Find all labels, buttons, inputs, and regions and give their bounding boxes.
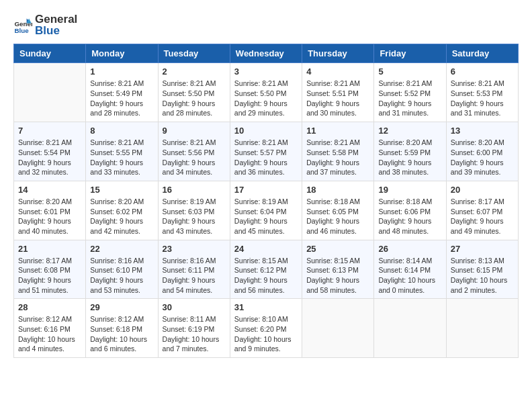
day-number: 9 xyxy=(163,126,226,136)
day-number: 24 xyxy=(234,244,298,254)
calendar-cell: 18Sunrise: 8:18 AM Sunset: 6:05 PM Dayli… xyxy=(302,181,374,240)
day-number: 30 xyxy=(163,302,226,312)
day-info: Sunrise: 8:21 AM Sunset: 5:54 PM Dayligh… xyxy=(18,138,81,177)
day-number: 25 xyxy=(306,244,369,254)
day-info: Sunrise: 8:21 AM Sunset: 5:51 PM Dayligh… xyxy=(306,79,369,118)
calendar-cell: 8Sunrise: 8:21 AM Sunset: 5:55 PM Daylig… xyxy=(86,122,158,181)
calendar-cell: 6Sunrise: 8:21 AM Sunset: 5:53 PM Daylig… xyxy=(446,63,518,122)
day-number: 1 xyxy=(90,66,153,77)
calendar-cell: 11Sunrise: 8:21 AM Sunset: 5:58 PM Dayli… xyxy=(302,122,374,181)
day-info: Sunrise: 8:21 AM Sunset: 5:55 PM Dayligh… xyxy=(90,138,153,177)
calendar-cell: 9Sunrise: 8:21 AM Sunset: 5:56 PM Daylig… xyxy=(158,122,230,181)
calendar-cell: 3Sunrise: 8:21 AM Sunset: 5:50 PM Daylig… xyxy=(230,63,302,122)
day-info: Sunrise: 8:17 AM Sunset: 6:07 PM Dayligh… xyxy=(451,197,514,236)
svg-text:Blue: Blue xyxy=(14,27,29,34)
week-row-2: 7Sunrise: 8:21 AM Sunset: 5:54 PM Daylig… xyxy=(14,122,519,181)
calendar-cell: 28Sunrise: 8:12 AM Sunset: 6:16 PM Dayli… xyxy=(14,299,86,358)
day-info: Sunrise: 8:21 AM Sunset: 5:49 PM Dayligh… xyxy=(90,79,153,118)
day-number: 19 xyxy=(378,185,441,195)
col-wednesday: Wednesday xyxy=(230,44,302,63)
day-info: Sunrise: 8:20 AM Sunset: 6:00 PM Dayligh… xyxy=(451,138,514,177)
day-number: 29 xyxy=(90,302,153,312)
day-number: 8 xyxy=(90,126,153,136)
week-row-5: 28Sunrise: 8:12 AM Sunset: 6:16 PM Dayli… xyxy=(14,299,519,358)
day-number: 12 xyxy=(378,126,441,136)
day-info: Sunrise: 8:15 AM Sunset: 6:12 PM Dayligh… xyxy=(234,256,298,295)
day-info: Sunrise: 8:20 AM Sunset: 5:59 PM Dayligh… xyxy=(378,138,441,177)
calendar-cell: 31Sunrise: 8:10 AM Sunset: 6:20 PM Dayli… xyxy=(230,299,302,358)
day-number: 3 xyxy=(234,66,298,77)
calendar-cell: 13Sunrise: 8:20 AM Sunset: 6:00 PM Dayli… xyxy=(446,122,518,181)
day-number: 27 xyxy=(451,244,514,254)
calendar-cell xyxy=(446,299,518,358)
day-info: Sunrise: 8:21 AM Sunset: 5:58 PM Dayligh… xyxy=(306,138,369,177)
day-info: Sunrise: 8:21 AM Sunset: 5:56 PM Dayligh… xyxy=(163,138,226,177)
day-number: 31 xyxy=(234,302,298,312)
calendar-cell: 10Sunrise: 8:21 AM Sunset: 5:57 PM Dayli… xyxy=(230,122,302,181)
calendar-cell: 17Sunrise: 8:19 AM Sunset: 6:04 PM Dayli… xyxy=(230,181,302,240)
calendar-cell: 14Sunrise: 8:20 AM Sunset: 6:01 PM Dayli… xyxy=(14,181,86,240)
day-number: 21 xyxy=(18,244,81,254)
day-number: 14 xyxy=(18,185,81,195)
page-header: General Blue General Blue xyxy=(13,13,519,37)
day-info: Sunrise: 8:21 AM Sunset: 5:53 PM Dayligh… xyxy=(451,79,514,118)
day-number: 2 xyxy=(163,66,226,77)
day-number: 22 xyxy=(90,244,153,254)
day-info: Sunrise: 8:14 AM Sunset: 6:14 PM Dayligh… xyxy=(378,256,441,295)
day-info: Sunrise: 8:12 AM Sunset: 6:18 PM Dayligh… xyxy=(90,314,153,354)
day-info: Sunrise: 8:18 AM Sunset: 6:06 PM Dayligh… xyxy=(378,197,441,236)
week-row-3: 14Sunrise: 8:20 AM Sunset: 6:01 PM Dayli… xyxy=(14,181,519,240)
day-info: Sunrise: 8:15 AM Sunset: 6:13 PM Dayligh… xyxy=(306,256,369,295)
day-info: Sunrise: 8:18 AM Sunset: 6:05 PM Dayligh… xyxy=(306,197,369,236)
calendar-cell: 5Sunrise: 8:21 AM Sunset: 5:52 PM Daylig… xyxy=(374,63,446,122)
col-sunday: Sunday xyxy=(14,44,86,63)
calendar-cell: 22Sunrise: 8:16 AM Sunset: 6:10 PM Dayli… xyxy=(86,240,158,299)
calendar-cell: 12Sunrise: 8:20 AM Sunset: 5:59 PM Dayli… xyxy=(374,122,446,181)
day-number: 11 xyxy=(306,126,369,136)
day-info: Sunrise: 8:21 AM Sunset: 5:50 PM Dayligh… xyxy=(163,79,226,118)
day-number: 18 xyxy=(306,185,369,195)
col-tuesday: Tuesday xyxy=(158,44,230,63)
day-number: 15 xyxy=(90,185,153,195)
day-info: Sunrise: 8:20 AM Sunset: 6:02 PM Dayligh… xyxy=(90,197,153,236)
day-info: Sunrise: 8:19 AM Sunset: 6:04 PM Dayligh… xyxy=(234,197,298,236)
logo-blue-text: Blue xyxy=(35,25,77,38)
calendar-cell: 1Sunrise: 8:21 AM Sunset: 5:49 PM Daylig… xyxy=(86,63,158,122)
col-monday: Monday xyxy=(86,44,158,63)
calendar-cell: 23Sunrise: 8:16 AM Sunset: 6:11 PM Dayli… xyxy=(158,240,230,299)
day-number: 26 xyxy=(378,244,441,254)
calendar-cell: 24Sunrise: 8:15 AM Sunset: 6:12 PM Dayli… xyxy=(230,240,302,299)
day-info: Sunrise: 8:21 AM Sunset: 5:50 PM Dayligh… xyxy=(234,79,298,118)
day-info: Sunrise: 8:20 AM Sunset: 6:01 PM Dayligh… xyxy=(18,197,81,236)
week-row-1: 1Sunrise: 8:21 AM Sunset: 5:49 PM Daylig… xyxy=(14,63,519,122)
day-info: Sunrise: 8:16 AM Sunset: 6:10 PM Dayligh… xyxy=(90,256,153,295)
day-number: 17 xyxy=(234,185,298,195)
calendar-cell: 29Sunrise: 8:12 AM Sunset: 6:18 PM Dayli… xyxy=(86,299,158,358)
calendar-cell: 27Sunrise: 8:13 AM Sunset: 6:15 PM Dayli… xyxy=(446,240,518,299)
logo-icon: General Blue xyxy=(13,16,32,35)
calendar-header-row: Sunday Monday Tuesday Wednesday Thursday… xyxy=(14,44,519,63)
day-info: Sunrise: 8:16 AM Sunset: 6:11 PM Dayligh… xyxy=(163,256,226,295)
day-number: 20 xyxy=(451,185,514,195)
calendar-cell xyxy=(14,63,86,122)
logo: General Blue General Blue xyxy=(13,13,77,37)
day-info: Sunrise: 8:19 AM Sunset: 6:03 PM Dayligh… xyxy=(163,197,226,236)
day-number: 23 xyxy=(163,244,226,254)
day-info: Sunrise: 8:13 AM Sunset: 6:15 PM Dayligh… xyxy=(451,256,514,295)
day-number: 10 xyxy=(234,126,298,136)
calendar-cell xyxy=(302,299,374,358)
day-info: Sunrise: 8:21 AM Sunset: 5:52 PM Dayligh… xyxy=(378,79,441,118)
day-number: 5 xyxy=(378,66,441,77)
calendar-cell: 21Sunrise: 8:17 AM Sunset: 6:08 PM Dayli… xyxy=(14,240,86,299)
day-number: 28 xyxy=(18,302,81,312)
calendar-cell: 19Sunrise: 8:18 AM Sunset: 6:06 PM Dayli… xyxy=(374,181,446,240)
week-row-4: 21Sunrise: 8:17 AM Sunset: 6:08 PM Dayli… xyxy=(14,240,519,299)
day-info: Sunrise: 8:17 AM Sunset: 6:08 PM Dayligh… xyxy=(18,256,81,295)
day-number: 13 xyxy=(451,126,514,136)
col-saturday: Saturday xyxy=(446,44,518,63)
calendar-cell: 20Sunrise: 8:17 AM Sunset: 6:07 PM Dayli… xyxy=(446,181,518,240)
calendar-cell: 2Sunrise: 8:21 AM Sunset: 5:50 PM Daylig… xyxy=(158,63,230,122)
day-info: Sunrise: 8:21 AM Sunset: 5:57 PM Dayligh… xyxy=(234,138,298,177)
calendar-cell: 26Sunrise: 8:14 AM Sunset: 6:14 PM Dayli… xyxy=(374,240,446,299)
calendar-cell: 7Sunrise: 8:21 AM Sunset: 5:54 PM Daylig… xyxy=(14,122,86,181)
